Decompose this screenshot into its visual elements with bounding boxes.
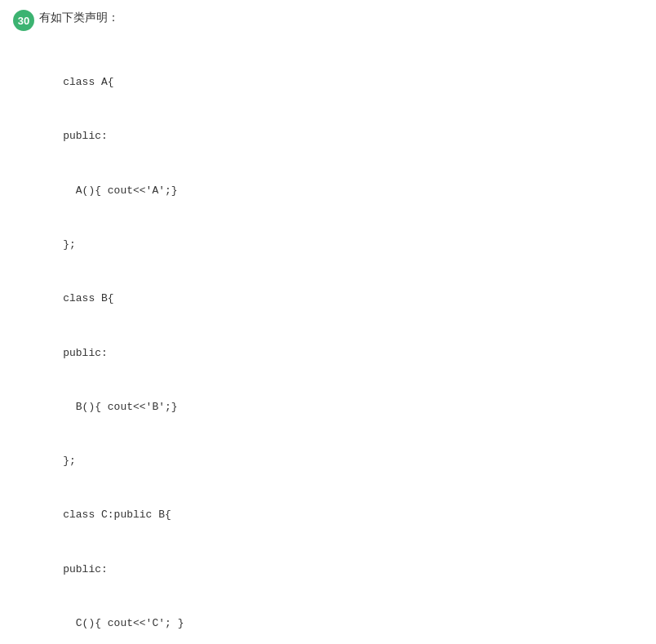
code-line-9: class C:public B{ xyxy=(38,506,643,524)
code-line-2: public: xyxy=(38,127,643,145)
code-line-4: }; xyxy=(38,236,643,254)
question-intro: 有如下类声明： xyxy=(39,8,119,26)
question-number: 30 xyxy=(13,10,34,31)
code-line-3: A(){ cout<<'A';} xyxy=(38,182,643,200)
code-line-5: class B{ xyxy=(38,290,643,308)
code-line-7: B(){ cout<<'B';} xyxy=(38,398,643,416)
question-header: 30 有如下类声明： xyxy=(13,8,643,31)
code-line-11: C(){ cout<<'C'; } xyxy=(38,615,643,633)
code-block: class A{ public: A(){ cout<<'A';} }; cla… xyxy=(38,38,643,644)
code-line-1: class A{ xyxy=(38,73,643,91)
code-line-6: public: xyxy=(38,344,643,362)
code-line-8: }; xyxy=(38,452,643,470)
code-line-10: public: xyxy=(38,561,643,579)
